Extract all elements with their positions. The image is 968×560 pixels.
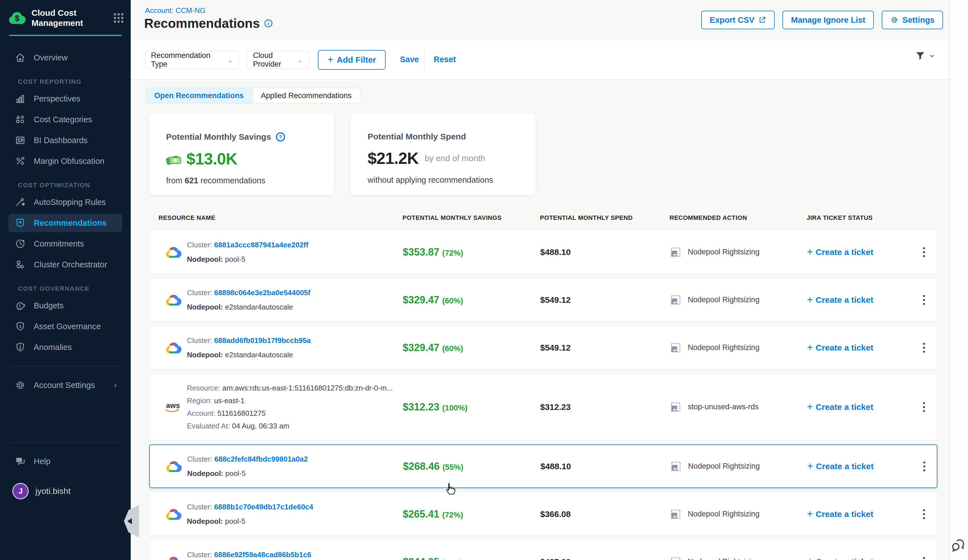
resource-details: Cluster: 688add6fb019b17f9bccb95aNodepoo…	[187, 336, 311, 359]
sidebar-item-account-settings[interactable]: Account Settings ›	[8, 376, 122, 394]
savings-percent: (60%)	[442, 296, 463, 305]
shield-dollar-icon: $	[14, 320, 27, 333]
rightsizing-icon	[670, 556, 681, 560]
add-filter-button[interactable]: + Add Filter	[318, 50, 386, 70]
cluster-link[interactable]: 6886e92f59a48cad86b5b1c6	[214, 550, 312, 559]
sidebar-nav: OverviewCOST REPORTINGPerspectivesCost C…	[0, 36, 131, 356]
gcp-logo-icon	[164, 293, 184, 307]
savings-percent: (72%)	[442, 249, 463, 257]
reset-filter-link[interactable]: Reset	[434, 55, 456, 64]
info-icon[interactable]	[264, 19, 273, 28]
plus-icon: +	[807, 555, 813, 560]
table-row[interactable]: Cluster: 688add6fb019b17f9bccb95aNodepoo…	[149, 326, 937, 369]
col-savings: POTENTIAL MONTHLY SAVINGS	[403, 214, 502, 222]
shield-alert-icon	[14, 341, 27, 353]
tab-applied-recommendations[interactable]: Applied Recommendations	[252, 88, 360, 103]
create-ticket-link[interactable]: +Create a ticket	[807, 342, 873, 353]
app-switcher-icon[interactable]	[114, 13, 123, 23]
sidebar-item-help[interactable]: ? Help	[8, 452, 122, 471]
kebab-menu-icon[interactable]	[920, 506, 928, 522]
recommendation-type-dropdown[interactable]: Recommendation Type ⌄	[145, 51, 239, 69]
kebab-menu-icon[interactable]	[920, 459, 928, 474]
table-row[interactable]: Cluster: 68898c064e3e2ba0e544005fNodepoo…	[149, 278, 937, 321]
gcp-logo-icon	[164, 341, 184, 355]
table-row[interactable]: Cluster: 6886e92f59a48cad86b5b1c6Nodepoo…	[149, 540, 937, 560]
sidebar-item-bi-dashboards[interactable]: BI Dashboards	[8, 131, 122, 149]
chevron-down-icon	[929, 53, 935, 59]
savings-percent: (60%)	[442, 344, 463, 353]
sidebar-item-budgets[interactable]: $Budgets	[8, 296, 122, 315]
tab-open-recommendations[interactable]: Open Recommendations	[146, 88, 252, 103]
export-csv-button[interactable]: Export CSV	[701, 11, 775, 29]
settings-button[interactable]: Settings	[882, 11, 943, 29]
cluster-link[interactable]: 688add6fb019b17f9bccb95a	[214, 336, 311, 345]
create-ticket-link[interactable]: +Create a ticket	[807, 509, 873, 520]
sidebar-item-anomalies[interactable]: Anomalies	[8, 338, 122, 356]
cluster-link[interactable]: 688c2fefc84fbdc99801a0a2	[214, 455, 308, 463]
create-ticket-label: Create a ticket	[816, 402, 873, 412]
kebab-menu-icon[interactable]	[920, 399, 928, 415]
sidebar-item-overview[interactable]: Overview	[8, 48, 122, 67]
home-icon	[14, 51, 27, 64]
account-breadcrumb[interactable]: Account: CCM-NG	[145, 6, 206, 15]
sidebar-item-cost-categories[interactable]: Cost Categories	[8, 110, 122, 129]
sidebar-item-cluster-orchestrator[interactable]: Cluster Orchestrator	[8, 255, 122, 274]
cluster-link[interactable]: 6888b1c70e49db17c1de60c4	[214, 503, 313, 511]
kebab-menu-icon[interactable]	[920, 554, 928, 560]
recommendation-type-label: Recommendation Type	[151, 51, 223, 69]
sidebar-item-perspectives[interactable]: Perspectives	[8, 89, 122, 108]
filter-bar: Recommendation Type ⌄ Cloud Provider ⌄ +…	[131, 41, 949, 80]
cluster-link[interactable]: 6881a3ccc887941a4ee202ff	[214, 241, 308, 249]
spend-cell: $549.12	[540, 343, 570, 353]
sidebar-item-label: Cluster Orchestrator	[34, 260, 107, 269]
detail-label: Nodepool:	[187, 255, 225, 263]
detail-label: Region:	[187, 396, 214, 405]
sidebar-item-margin-obfuscation[interactable]: Margin Obfuscation	[8, 152, 122, 171]
action-label: Nodepool Rightsizing	[688, 295, 759, 304]
sidebar-item-label: Perspectives	[34, 94, 80, 103]
sidebar-section-label: COST OPTIMIZATION	[18, 182, 131, 189]
recommended-action-cell: Nodepool Rightsizing	[670, 461, 760, 472]
kebab-menu-icon[interactable]	[920, 292, 928, 308]
detail-value: pool-5	[225, 517, 245, 525]
cloud-provider-dropdown[interactable]: Cloud Provider ⌄	[247, 51, 309, 69]
table-row[interactable]: awsResource: arn:aws:rds:us-east-1:51161…	[149, 374, 937, 440]
scrollbar[interactable]	[949, 0, 968, 560]
table-row[interactable]: Cluster: 688c2fefc84fbdc99801a0a2Nodepoo…	[149, 444, 937, 488]
action-label: Nodepool Rightsizing	[688, 462, 760, 471]
sidebar-section-label: COST REPORTING	[18, 78, 131, 86]
filter-funnel-icon[interactable]	[915, 50, 935, 61]
table-row[interactable]: Cluster: 6888b1c70e49db17c1de60c4Nodepoo…	[149, 492, 937, 536]
sidebar-item-commitments[interactable]: Commitments	[8, 234, 122, 253]
create-ticket-link[interactable]: +Create a ticket	[807, 247, 873, 257]
spend-cell: $488.10	[540, 462, 571, 471]
question-icon[interactable]: ?	[275, 132, 285, 142]
create-ticket-link[interactable]: +Create a ticket	[807, 294, 873, 305]
sidebar-item-asset-governance[interactable]: $Asset Governance	[8, 317, 122, 336]
action-label: Nodepool Rightsizing	[688, 510, 759, 519]
detail-value: e2standar4autoscale	[225, 303, 293, 311]
user-profile[interactable]: J jyoti.bisht	[12, 483, 122, 499]
gcp-logo-icon	[164, 507, 184, 521]
kebab-menu-icon[interactable]	[920, 340, 928, 355]
create-ticket-link[interactable]: +Create a ticket	[807, 401, 873, 413]
gear-icon	[890, 16, 898, 24]
create-ticket-link[interactable]: +Create a ticket	[807, 556, 873, 560]
sidebar-item-autostopping-rules[interactable]: AutoStopping Rules	[8, 193, 122, 211]
potential-monthly-spend-card: Potential Monthly Spend $21.2K by end of…	[351, 114, 535, 195]
action-label: stop-unused-aws-rds	[688, 403, 759, 411]
table-row[interactable]: Cluster: 6881a3ccc887941a4ee202ffNodepoo…	[149, 230, 937, 274]
save-filter-link[interactable]: Save	[400, 55, 419, 64]
sidebar-item-recommendations[interactable]: Recommendations	[8, 214, 122, 232]
detail-value: pool-5	[225, 255, 245, 263]
support-chat-icon[interactable]	[950, 537, 966, 554]
table-header: RESOURCE NAME POTENTIAL MONTHLY SAVINGS …	[149, 214, 937, 222]
savings-percent: (55%)	[443, 463, 464, 471]
manage-ignore-list-button[interactable]: Manage Ignore List	[782, 11, 874, 29]
autostopping-icon	[14, 196, 27, 208]
cluster-link[interactable]: 68898c064e3e2ba0e544005f	[214, 288, 311, 297]
create-ticket-link[interactable]: +Create a ticket	[807, 461, 874, 472]
recommended-action-cell: Nodepool Rightsizing	[670, 294, 759, 306]
savings-cell: $312.23(100%)	[403, 401, 467, 413]
kebab-menu-icon[interactable]	[920, 244, 928, 260]
